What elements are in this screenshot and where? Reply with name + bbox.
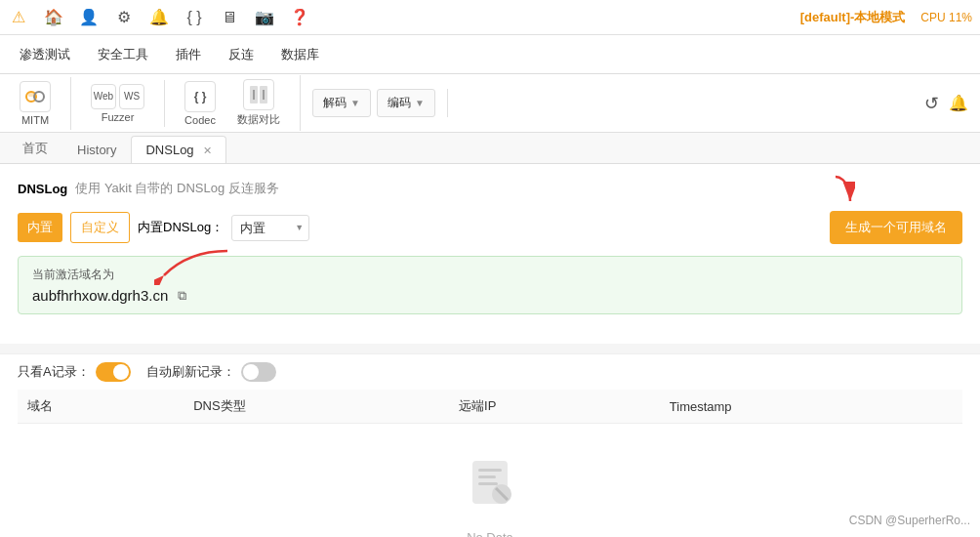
svg-rect-2	[28, 93, 34, 97]
nav-security-tools[interactable]: 安全工具	[86, 40, 160, 69]
nav-pentest[interactable]: 渗透测试	[8, 40, 82, 69]
builtin-dns-select[interactable]: 内置	[231, 215, 309, 241]
brand-label: [default]-本地模式	[800, 9, 906, 26]
encode-label: 编码	[388, 95, 411, 111]
decode-label: 解码	[323, 95, 347, 111]
diff-icon	[243, 79, 274, 110]
builtin-tab-btn[interactable]: 内置	[18, 213, 62, 242]
content-area: DNSLog 使用 Yakit 自带的 DNSLog 反连服务 内置 自定义 内…	[0, 164, 980, 537]
auto-refresh-toggle[interactable]	[241, 362, 276, 382]
col-remote-ip: 远端IP	[449, 390, 660, 424]
dns-records-table: 域名 DNS类型 远端IP Timestamp	[18, 390, 962, 424]
toolbar-right: ↻ 🔔	[924, 93, 968, 114]
home-icon[interactable]: 🏠	[43, 7, 64, 28]
nav-database[interactable]: 数据库	[269, 40, 331, 69]
domain-value-row: aubfhrhxow.dgrh3.cn ⧉	[32, 287, 948, 304]
page-title: DNSLog	[18, 182, 67, 196]
bell-icon[interactable]: 🔔	[148, 7, 170, 28]
svg-rect-11	[478, 475, 496, 478]
codec-button[interactable]: { } Codec	[177, 77, 224, 130]
codec-label: Codec	[184, 114, 216, 126]
tab-dnslog[interactable]: DNSLog ✕	[131, 136, 226, 163]
arrow-to-domain	[154, 246, 232, 285]
domain-section: 当前激活域名为 aubfhrhxow.dgrh3.cn ⧉	[18, 256, 962, 314]
diff-label: 数据对比	[237, 112, 280, 127]
help-icon[interactable]: ❓	[289, 7, 310, 28]
encode-arrow: ▼	[415, 98, 425, 108]
only-a-toggle[interactable]	[96, 362, 131, 382]
code-icon[interactable]: { }	[184, 7, 205, 28]
top-bar: ⚠ 🏠 👤 ⚙ 🔔 { } 🖥 📷 ❓ [default]-本地模式 CPU 1…	[0, 0, 980, 35]
tab-history[interactable]: History	[62, 136, 131, 163]
toolbar-group-encode: 解码 ▼ 编码 ▼	[312, 89, 448, 117]
fuzzer-label: Fuzzer	[102, 111, 135, 123]
monitor-icon[interactable]: 🖥	[219, 7, 240, 28]
encode-button[interactable]: 编码 ▼	[377, 89, 435, 117]
nav-plugins[interactable]: 插件	[164, 40, 213, 69]
auto-refresh-label: 自动刷新记录：	[146, 362, 276, 382]
tab-strip: 首页 History DNSLog ✕	[0, 133, 980, 164]
cpu-label: CPU 11%	[920, 11, 972, 24]
web-icon: Web	[91, 84, 116, 109]
toolbar-group-mitm: MITM	[12, 77, 71, 130]
top-icons: ⚠ 🏠 👤 ⚙ 🔔 { } 🖥 📷 ❓	[8, 7, 785, 28]
no-data-placeholder: No Data	[18, 424, 962, 537]
warning-icon[interactable]: ⚠	[8, 7, 29, 28]
mitm-label: MITM	[21, 114, 49, 126]
codec-icon: { }	[184, 81, 216, 112]
toolbar-group-codec: { } Codec 数据对比	[177, 75, 301, 131]
camera-icon[interactable]: 📷	[254, 7, 275, 28]
nav-reverse[interactable]: 反连	[217, 40, 265, 69]
svg-rect-12	[478, 482, 498, 485]
mitm-icon	[20, 81, 51, 112]
domain-value: aubfhrhxow.dgrh3.cn	[32, 287, 168, 304]
col-dns-type: DNS类型	[184, 390, 449, 424]
diff-button[interactable]: 数据对比	[229, 75, 288, 131]
builtin-dns-select-wrap[interactable]: 内置	[231, 215, 309, 241]
ws-icon: WS	[119, 84, 144, 109]
dnslog-page: DNSLog 使用 Yakit 自带的 DNSLog 反连服务 内置 自定义 内…	[0, 164, 980, 344]
arrow-to-generate	[777, 172, 855, 226]
col-domain: 域名	[18, 390, 184, 424]
custom-tab-btn[interactable]: 自定义	[70, 212, 130, 243]
svg-rect-10	[478, 469, 502, 472]
fuzzer-icons: Web WS	[91, 84, 144, 109]
builtin-dns-label: 内置DNSLog：	[138, 219, 224, 236]
tab-dnslog-close[interactable]: ✕	[203, 145, 212, 156]
decode-button[interactable]: 解码 ▼	[312, 89, 371, 117]
notification-icon[interactable]: 🔔	[949, 94, 968, 112]
tab-home[interactable]: 首页	[8, 133, 62, 163]
controls-row: 内置 自定义 内置DNSLog： 内置 生	[18, 211, 962, 244]
user-icon[interactable]: 👤	[78, 7, 100, 28]
gear-icon[interactable]: ⚙	[113, 7, 135, 28]
nav-row: 渗透测试 安全工具 插件 反连 数据库	[0, 35, 980, 74]
refresh-icon[interactable]: ↻	[924, 93, 939, 114]
watermark: CSDN @SuperherRo...	[849, 514, 970, 527]
no-data-label: No Data	[467, 530, 513, 537]
page-description: 使用 Yakit 自带的 DNSLog 反连服务	[75, 180, 279, 197]
toolbar: MITM Web WS Fuzzer { } Codec	[0, 74, 980, 133]
decode-arrow: ▼	[350, 98, 360, 108]
fuzzer-button[interactable]: Web WS Fuzzer	[83, 80, 152, 127]
filter-row: 只看A记录： 自动刷新记录：	[0, 353, 980, 390]
mitm-button[interactable]: MITM	[12, 77, 59, 130]
table-wrap: 域名 DNS类型 远端IP Timestamp	[0, 390, 980, 537]
col-timestamp: Timestamp	[660, 390, 962, 424]
toolbar-group-fuzzer: Web WS Fuzzer	[83, 80, 165, 127]
only-a-label: 只看A记录：	[18, 362, 131, 382]
no-data-icon	[461, 453, 519, 522]
copy-domain-icon[interactable]: ⧉	[174, 288, 189, 304]
app-layout: ⚠ 🏠 👤 ⚙ 🔔 { } 🖥 📷 ❓ [default]-本地模式 CPU 1…	[0, 0, 980, 537]
